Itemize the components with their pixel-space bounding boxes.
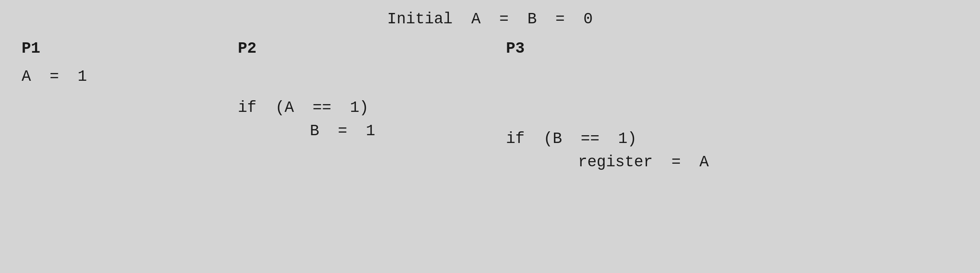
page-container: Initial A = B = 0 P1 A = 1 P2 if (A == 1… bbox=[0, 0, 980, 273]
p3-spacer-2 bbox=[506, 81, 967, 96]
p3-column: P3 if (B == 1) register = A bbox=[493, 40, 980, 174]
p1-column: P1 A = 1 bbox=[0, 40, 225, 174]
p3-spacer-3 bbox=[506, 96, 967, 112]
p3-spacer-4 bbox=[506, 112, 967, 127]
p1-label: P1 bbox=[22, 40, 225, 57]
p3-label: P3 bbox=[506, 40, 967, 57]
p2-assign-line: B = 1 bbox=[238, 120, 480, 143]
columns-row: P1 A = 1 P2 if (A == 1) B = 1 P3 if (B =… bbox=[0, 35, 980, 174]
p2-label: P2 bbox=[238, 40, 480, 57]
p2-column: P2 if (A == 1) B = 1 bbox=[225, 40, 493, 174]
p2-spacer-2 bbox=[238, 81, 480, 96]
p3-assign-line: register = A bbox=[506, 151, 967, 174]
header-row: Initial A = B = 0 bbox=[0, 0, 980, 35]
p2-if-line: if (A == 1) bbox=[238, 96, 480, 120]
p2-spacer-1 bbox=[238, 65, 480, 81]
header-text: Initial A = B = 0 bbox=[0, 8, 980, 31]
p1-line-1: A = 1 bbox=[22, 65, 225, 89]
p3-spacer-1 bbox=[506, 65, 967, 81]
p3-if-line: if (B == 1) bbox=[506, 127, 967, 151]
